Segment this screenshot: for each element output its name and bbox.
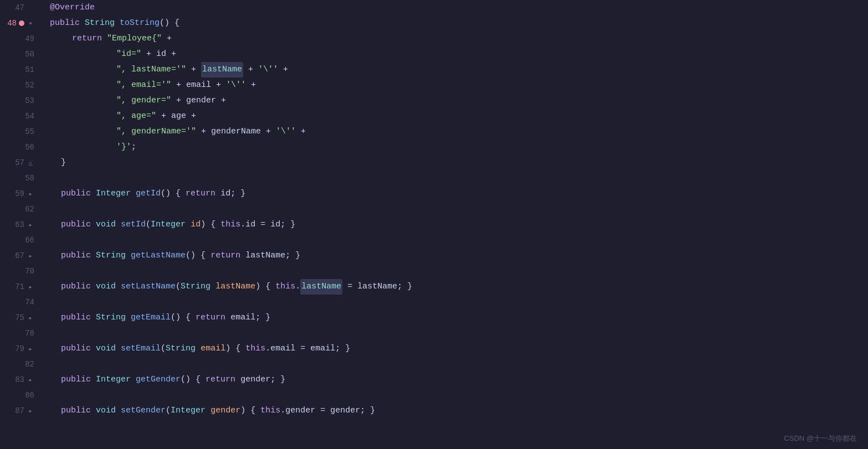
fold-icon-67[interactable]: ▸ — [27, 252, 34, 260]
code-line-48: public String toString () { — [39, 16, 868, 31]
line-74: 74 — [0, 295, 39, 310]
line-48: 48 ▾ — [0, 16, 39, 31]
watermark: CSDN @十一与你都在 — [784, 433, 857, 443]
line-49: 49 — [0, 31, 39, 47]
line-53: 53 — [0, 93, 39, 109]
line-58: 58 — [0, 171, 39, 186]
code-line-53: ", gender=" + gender + — [39, 93, 868, 109]
code-line-51: ", lastName='" + lastName + '\'' + — [39, 62, 868, 78]
line-51: 51 — [0, 62, 39, 78]
line-67: 67 ▸ — [0, 248, 39, 264]
line-87: 87 ▸ — [0, 403, 39, 419]
line-50: 50 — [0, 47, 39, 62]
fold-icon-75[interactable]: ▸ — [27, 314, 34, 322]
code-line-57: } — [39, 155, 868, 171]
fold-icon-87[interactable]: ▸ — [27, 407, 34, 415]
line-82: 82 — [0, 357, 39, 372]
line-59: 59 ▸ — [0, 186, 39, 202]
line-54: 54 — [0, 109, 39, 124]
code-line-82 — [39, 357, 868, 372]
code-editor: 47 48 ▾ 49 50 51 52 53 54 — [0, 0, 868, 449]
code-line-75: public String getEmail () { return email… — [39, 310, 868, 326]
code-line-58 — [39, 171, 868, 186]
code-line-79: public void setEmail ( String email ) { … — [39, 341, 868, 357]
code-line-71: public void setLastName ( String lastNam… — [39, 279, 868, 295]
code-line-86 — [39, 388, 868, 403]
code-line-47: @Override — [39, 0, 868, 16]
code-line-83: public Integer getGender () { return gen… — [39, 372, 868, 388]
fold-icon-79[interactable]: ▸ — [27, 345, 34, 353]
code-line-55: ", genderName='" + genderName + '\'' + — [39, 124, 868, 140]
code-line-70 — [39, 264, 868, 279]
line-56: 56 — [0, 140, 39, 155]
line-86: 86 — [0, 388, 39, 403]
code-line-50: "id=" + id + — [39, 47, 868, 62]
code-content: @Override public String toString () { re… — [39, 0, 868, 449]
line-62: 62 — [0, 202, 39, 217]
line-75: 75 ▸ — [0, 310, 39, 326]
line-78: 78 — [0, 326, 39, 341]
line-55: 55 — [0, 124, 39, 140]
breakpoint-indicator[interactable] — [19, 20, 24, 26]
code-line-74 — [39, 295, 868, 310]
code-line-59: public Integer getId () { return id ; } — [39, 186, 868, 202]
fold-icon[interactable]: ▾ — [27, 19, 34, 27]
code-line-56: '}' ; — [39, 140, 868, 155]
code-line-67: public String getLastName () { return la… — [39, 248, 868, 264]
fold-icon-83[interactable]: ▸ — [27, 376, 34, 384]
code-line-54: ", age=" + age + — [39, 109, 868, 124]
line-71: 71 ▸ — [0, 279, 39, 295]
fold-icon-63[interactable]: ▸ — [27, 221, 34, 229]
line-83: 83 ▸ — [0, 372, 39, 388]
line-70: 70 — [0, 264, 39, 279]
line-66: 66 — [0, 233, 39, 248]
line-63: 63 ▸ — [0, 217, 39, 233]
code-line-66 — [39, 233, 868, 248]
code-line-52: ", email='" + email + '\'' + — [39, 78, 868, 93]
code-line-49: return "Employee{" + — [39, 31, 868, 47]
line-79: 79 ▸ — [0, 341, 39, 357]
fold-end-icon[interactable]: △ — [27, 159, 34, 167]
code-line-87: public void setGender ( Integer gender )… — [39, 403, 868, 419]
fold-icon-59[interactable]: ▸ — [27, 190, 34, 198]
line-number-gutter: 47 48 ▾ 49 50 51 52 53 54 — [0, 0, 39, 449]
code-line-78 — [39, 326, 868, 341]
line-57: 57 △ — [0, 155, 39, 171]
fold-icon-71[interactable]: ▸ — [27, 283, 34, 291]
line-52: 52 — [0, 78, 39, 93]
code-line-62 — [39, 202, 868, 217]
code-line-63: public void setId ( Integer id ) { this … — [39, 217, 868, 233]
line-47: 47 — [0, 0, 39, 16]
